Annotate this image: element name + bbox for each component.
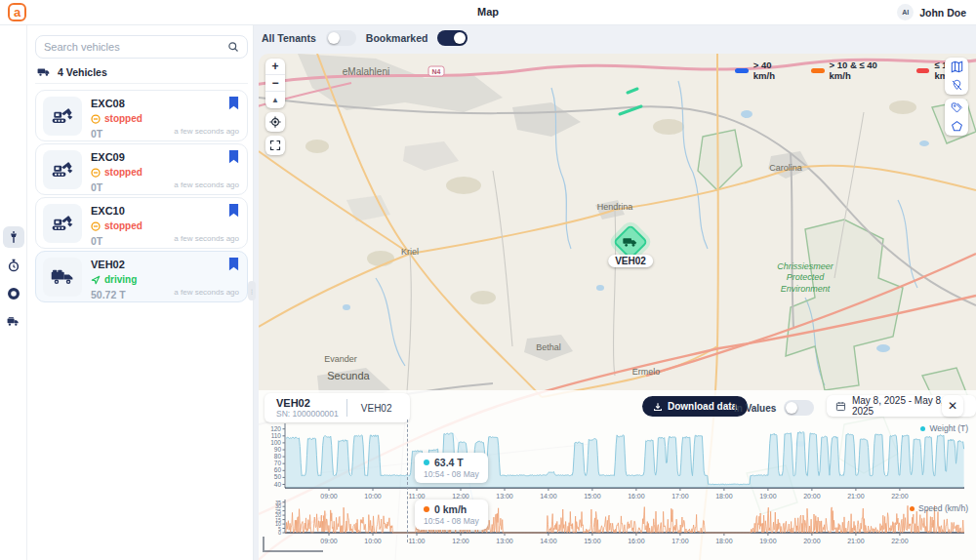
weight-tooltip: 63.4 T 10:54 - 08 May — [415, 453, 488, 483]
vehicle-name: VEH02 — [91, 259, 125, 270]
rail-tower-icon[interactable] — [3, 226, 24, 248]
vehicle-status: stopped — [91, 220, 142, 231]
target-icon — [269, 116, 281, 128]
legend-item: > 10 & ≤ 40 km/h — [811, 60, 901, 81]
chart-crosshair — [407, 420, 408, 542]
legend-item: > 40 km/h — [735, 60, 795, 81]
map-label: Chrissiesmeer Protected Environment — [777, 261, 834, 295]
location-off-button[interactable] — [945, 76, 968, 95]
map-label: Bethal — [536, 342, 561, 352]
vehicle-name: EXC08 — [91, 98, 125, 109]
tags-button[interactable] — [945, 99, 968, 117]
svg-text:50: 50 — [274, 473, 282, 480]
nav-rail — [0, 25, 27, 560]
weight-legend: Weight (T) — [920, 423, 968, 433]
svg-text:70: 70 — [274, 460, 282, 466]
weight-chart: 40506070809010011012009:0010:0011:0012:0… — [259, 420, 976, 507]
search-box — [35, 35, 248, 59]
map-layers-button[interactable] — [945, 58, 968, 76]
svg-text:13:00: 13:00 — [496, 538, 513, 544]
vehicle-weight: 50.72 T — [91, 289, 126, 300]
rail-truck-fleet-icon[interactable] — [3, 311, 24, 333]
vehicle-weight: 0T — [91, 128, 102, 140]
svg-text:14:00: 14:00 — [540, 538, 557, 544]
top-bar: a Map AI John Doe — [0, 0, 976, 25]
svg-text:20:00: 20:00 — [803, 538, 821, 544]
vehicle-updated: a few seconds ago — [174, 127, 239, 136]
vehicle-marker-label: VEH02 — [608, 255, 653, 267]
in-values-control: In Values — [734, 400, 814, 416]
zoom-out-button[interactable]: − — [265, 75, 285, 92]
vehicle-header-card: VEH02 SN: 1000000001 VEH02 — [264, 393, 410, 422]
vehicle-name: EXC09 — [91, 151, 125, 163]
bearing-reset-button[interactable]: ▲ — [265, 92, 285, 108]
zoom-in-button[interactable]: + — [265, 59, 285, 75]
vehicle-tab[interactable]: VEH02 — [347, 393, 406, 422]
vehicle-card-veh02[interactable]: VEH02driving50.72 Ta few seconds ago — [35, 251, 248, 302]
svg-text:19:00: 19:00 — [759, 538, 777, 544]
excavator-icon — [43, 150, 82, 189]
truck-icon — [43, 258, 82, 297]
in-values-label: In Values — [734, 403, 776, 414]
weight-dot-icon — [920, 426, 925, 431]
rail-tire-icon[interactable] — [3, 283, 24, 304]
svg-text:21:00: 21:00 — [847, 538, 865, 544]
toggle-bookmarked[interactable] — [437, 30, 468, 46]
locate-button[interactable] — [265, 112, 285, 132]
map-canvas[interactable]: eMalahleniCarolinaHendrinaKrielBethalEva… — [259, 54, 976, 560]
avatar[interactable]: AI — [897, 4, 914, 20]
expand-icon — [269, 140, 281, 151]
weight-dot-icon — [424, 460, 429, 465]
close-panel-button[interactable]: ✕ — [942, 395, 963, 417]
speed-legend: > 40 km/h> 10 & ≤ 40 km/h≤ 10 km/h — [735, 60, 976, 81]
map-label: Kriel — [401, 247, 419, 257]
svg-text:17:00: 17:00 — [671, 538, 689, 544]
vehicle-updated: a few seconds ago — [174, 180, 239, 189]
vehicle-count-row: 4 Vehicles — [35, 60, 248, 84]
bookmark-icon[interactable] — [228, 258, 239, 271]
speed-dot-icon — [910, 506, 915, 511]
speed-chart: 0510152025303509:0010:0011:0012:0013:001… — [259, 498, 976, 548]
map-style-tools — [945, 58, 968, 95]
excavator-icon — [43, 204, 82, 243]
svg-text:11:00: 11:00 — [409, 538, 426, 544]
vehicle-card-exc10[interactable]: EXC10stopped0Ta few seconds ago — [35, 197, 248, 249]
svg-text:110: 110 — [271, 432, 282, 439]
vehicle-updated: a few seconds ago — [174, 234, 239, 243]
vehicle-card-exc08[interactable]: EXC08stopped0Ta few seconds ago — [35, 90, 248, 141]
vehicle-card-exc09[interactable]: EXC09stopped0Ta few seconds ago — [35, 143, 248, 195]
vehicle-updated: a few seconds ago — [174, 288, 239, 297]
svg-text:100: 100 — [270, 439, 281, 446]
svg-text:90: 90 — [274, 446, 282, 453]
content-shell: 4 Vehicles EXC08stopped0Ta few seconds a… — [0, 25, 976, 560]
svg-text:18:00: 18:00 — [715, 538, 733, 544]
fullscreen-button[interactable] — [265, 136, 285, 155]
page-title: Map — [0, 6, 976, 18]
bookmark-icon[interactable] — [228, 150, 239, 164]
bookmark-icon[interactable] — [228, 204, 239, 218]
download-icon — [653, 402, 663, 412]
speed-dot-icon — [424, 506, 429, 512]
zoom-controls: + − ▲ — [265, 59, 285, 108]
bookmark-icon[interactable] — [228, 97, 239, 110]
road-badge-n4: N4 — [428, 66, 445, 77]
sidebar-resize-handle[interactable]: ⋮ — [248, 281, 256, 300]
tags-icon — [951, 101, 963, 114]
annotation-tools — [945, 99, 968, 136]
truck-icon — [623, 236, 638, 249]
panel-vehicle-name: VEH02 — [276, 397, 339, 409]
svg-text:40: 40 — [274, 481, 282, 488]
search-input[interactable] — [44, 41, 227, 53]
vehicle-sidebar: 4 Vehicles EXC08stopped0Ta few seconds a… — [27, 25, 254, 560]
speed-legend-label: Speed (km/h) — [910, 503, 968, 513]
svg-text:22:00: 22:00 — [891, 538, 909, 544]
map-label: Secunda — [327, 370, 369, 381]
vehicle-weight: 0T — [91, 235, 102, 247]
user-menu[interactable]: AI John Doe — [897, 4, 966, 20]
download-data-button[interactable]: Download data — [642, 396, 748, 417]
location-off-icon — [951, 79, 963, 92]
in-values-toggle[interactable] — [784, 400, 814, 416]
polygon-button[interactable] — [945, 117, 968, 136]
toggle-all-tenants[interactable] — [326, 30, 356, 46]
rail-stopwatch-icon[interactable] — [3, 255, 24, 276]
